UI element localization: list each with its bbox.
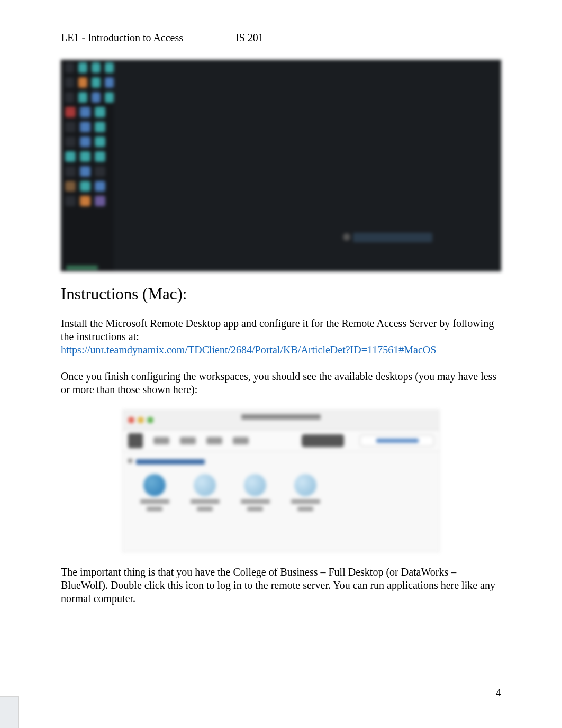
desktops-row — [123, 465, 439, 521]
app-toolbar — [123, 430, 439, 451]
taskbar-fragment — [66, 266, 98, 270]
page-number: 4 — [496, 687, 501, 699]
search-field — [360, 435, 434, 447]
header-course-code: IS 201 — [235, 32, 264, 44]
toolbar-chip — [153, 437, 169, 444]
maximize-icon — [147, 417, 153, 423]
desktop-item — [139, 474, 170, 511]
desktop-globe-icon — [244, 474, 266, 496]
teamdynamix-link[interactable]: https://unr.teamdynamix.com/TDClient/268… — [61, 344, 436, 356]
desktop-globe-icon — [143, 474, 166, 496]
window-title-placeholder — [241, 414, 321, 420]
workspace-section-label — [136, 459, 205, 465]
toolbar-chip — [180, 437, 196, 444]
toolbar-chip — [206, 437, 222, 444]
header-left-title: LE1 - Introduction to Access — [61, 32, 235, 44]
minimize-icon — [138, 417, 144, 423]
instructions-paragraph-3: The important thing is that you have the… — [61, 566, 501, 605]
document-header: LE1 - Introduction to Access IS 201 — [61, 32, 501, 44]
remote-desktop-app-screenshot — [122, 410, 440, 552]
notification-toast — [353, 233, 432, 242]
window-titlebar — [123, 410, 439, 430]
desktop-globe-icon — [194, 474, 216, 496]
para1-text: Install the Microsoft Remote Desktop app… — [61, 317, 494, 342]
desktop-globe-icon — [294, 474, 316, 496]
desktop-item — [239, 474, 271, 511]
start-menu-sidebar — [61, 60, 114, 271]
instructions-paragraph-1: Install the Microsoft Remote Desktop app… — [61, 317, 501, 357]
instructions-heading: Instructions (Mac): — [61, 285, 501, 304]
toolbar-chip — [233, 437, 249, 444]
desktop-item — [189, 474, 221, 511]
notification-dot-icon — [343, 233, 350, 241]
disclosure-arrow-icon — [128, 459, 132, 463]
close-icon — [128, 417, 134, 423]
viewer-side-tab — [0, 696, 19, 728]
windows-desktop-screenshot — [61, 60, 501, 271]
instructions-paragraph-2: Once you finish configuring the workspac… — [61, 370, 501, 396]
toolbar-icon — [128, 433, 143, 448]
toolbar-tab-active — [302, 434, 344, 447]
desktop-item — [289, 474, 321, 511]
